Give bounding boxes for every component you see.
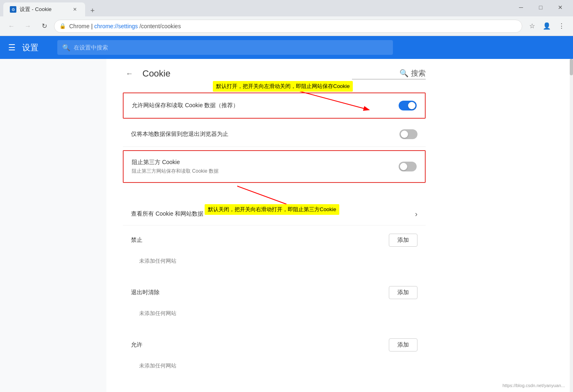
allow-empty-state: 未添加任何网站: [123, 356, 426, 376]
chevron-right-icon: ›: [415, 210, 417, 219]
menu-button[interactable]: ⋮: [555, 20, 568, 33]
back-button[interactable]: ←: [5, 20, 18, 33]
allow-cookies-row: 允许网站保存和读取 Cookie 数据（推荐）: [123, 92, 426, 119]
block-third-party-label: 阻止第三方 Cookie: [132, 158, 219, 167]
maximize-button[interactable]: □: [531, 1, 550, 14]
new-tab-button[interactable]: +: [87, 5, 98, 16]
forward-button[interactable]: →: [21, 20, 34, 33]
settings-header: ☰ 设置 🔍: [0, 36, 573, 59]
search-icon-small: 🔍: [399, 69, 408, 78]
allow-cookies-label: 允许网站保存和读取 Cookie 数据（推荐）: [132, 101, 239, 110]
scrollbar-track[interactable]: [570, 59, 573, 392]
local-data-toggle[interactable]: [399, 129, 417, 139]
page-search-button[interactable]: 🔍 搜索: [399, 68, 426, 78]
block-add-button[interactable]: 添加: [389, 234, 417, 247]
block-section-header: 禁止 添加: [123, 225, 426, 251]
view-cookies-row[interactable]: 查看所有 Cookie 和网站数据 ›: [123, 203, 426, 225]
sidebar: [0, 59, 106, 392]
address-bar[interactable]: 🔒 Chrome | chrome://settings /content/co…: [54, 20, 522, 33]
allow-add-button[interactable]: 添加: [389, 338, 417, 351]
block-section-title: 禁止: [131, 237, 142, 244]
tab-close-button[interactable]: ✕: [71, 6, 79, 13]
main-panel: ← Cookie 🔍 搜索 默认打开，把开关向左滑动关闭，即阻止网站保存: [106, 59, 570, 392]
toggle-thumb-2: [401, 131, 408, 138]
watermark: https://blog.csdn.net/yanyuan...: [503, 383, 565, 388]
block-empty-state: 未添加任何网站: [123, 251, 426, 271]
window-controls: ─ □ ✕: [512, 1, 570, 16]
clear-section-title: 退出时清除: [131, 289, 160, 296]
block-third-party-row: 阻止第三方 Cookie 阻止第三方网站保存和读取 Cookie 数据: [123, 150, 426, 183]
settings-search-box[interactable]: 🔍: [57, 40, 393, 55]
clear-section-header: 退出时清除 添加: [123, 278, 426, 303]
allow-section-title: 允许: [131, 341, 142, 349]
local-data-label: 仅将本地数据保留到您退出浏览器为止: [131, 130, 228, 138]
annotation-arrow-2: [237, 185, 319, 205]
clear-add-button[interactable]: 添加: [389, 286, 417, 299]
tab-area: ⚙ 设置 - Cookie ✕ +: [3, 2, 512, 16]
minimize-button[interactable]: ─: [512, 1, 530, 14]
hamburger-icon[interactable]: ☰: [8, 43, 16, 52]
svg-line-1: [237, 186, 286, 204]
allow-section-header: 允许 添加: [123, 330, 426, 356]
favicon-icon: ⚙: [11, 7, 15, 12]
clear-empty-state: 未添加任何网站: [123, 303, 426, 324]
toggle-thumb-3: [400, 163, 407, 170]
page-title: Cookie: [142, 68, 170, 79]
search-underline: [352, 79, 426, 79]
profile-button[interactable]: 👤: [540, 20, 553, 33]
nav-bar: ← → ↻ 🔒 Chrome | chrome://settings /cont…: [0, 16, 573, 36]
content-area: ← Cookie 🔍 搜索 默认打开，把开关向左滑动关闭，即阻止网站保存: [0, 59, 573, 392]
page-header-left: ← Cookie: [123, 67, 170, 80]
local-data-row: 仅将本地数据保留到您退出浏览器为止: [123, 122, 426, 147]
search-icon: 🔍: [62, 44, 70, 52]
block-third-party-desc: 阻止第三方网站保存和读取 Cookie 数据: [132, 168, 219, 175]
tab-favicon: ⚙: [10, 6, 16, 13]
nav-actions: ☆ 👤 ⋮: [526, 20, 568, 33]
settings-title: 设置: [22, 42, 38, 53]
bookmark-button[interactable]: ☆: [526, 20, 539, 33]
settings-search-input[interactable]: [74, 44, 388, 51]
active-tab[interactable]: ⚙ 设置 - Cookie ✕: [3, 2, 85, 16]
block-third-party-toggle[interactable]: [399, 162, 417, 171]
lock-icon: 🔒: [59, 23, 66, 29]
page-back-button[interactable]: ←: [123, 67, 136, 80]
url-path: /content/cookies: [140, 23, 181, 29]
tab-title: 设置 - Cookie: [20, 6, 68, 13]
view-cookies-label: 查看所有 Cookie 和网站数据: [131, 210, 203, 218]
allow-cookies-toggle[interactable]: [399, 101, 417, 110]
title-bar: ⚙ 设置 - Cookie ✕ + ─ □ ✕: [0, 0, 573, 16]
browser-frame: ⚙ 设置 - Cookie ✕ + ─ □ ✕ ← → ↻ 🔒 Chrome |…: [0, 0, 573, 392]
refresh-button[interactable]: ↻: [38, 20, 51, 33]
url-text: Chrome | chrome://settings /content/cook…: [69, 23, 517, 29]
toggle-thumb-1: [408, 102, 415, 109]
scrollbar-thumb[interactable]: [570, 59, 573, 75]
cookie-content: ← Cookie 🔍 搜索 默认打开，把开关向左滑动关闭，即阻止网站保存: [106, 59, 442, 392]
page-header: ← Cookie 🔍 搜索: [123, 67, 426, 84]
search-label: 搜索: [411, 68, 426, 78]
url-settings: chrome://settings: [94, 23, 138, 29]
close-button[interactable]: ✕: [551, 1, 570, 14]
url-chrome: Chrome: [69, 23, 90, 29]
